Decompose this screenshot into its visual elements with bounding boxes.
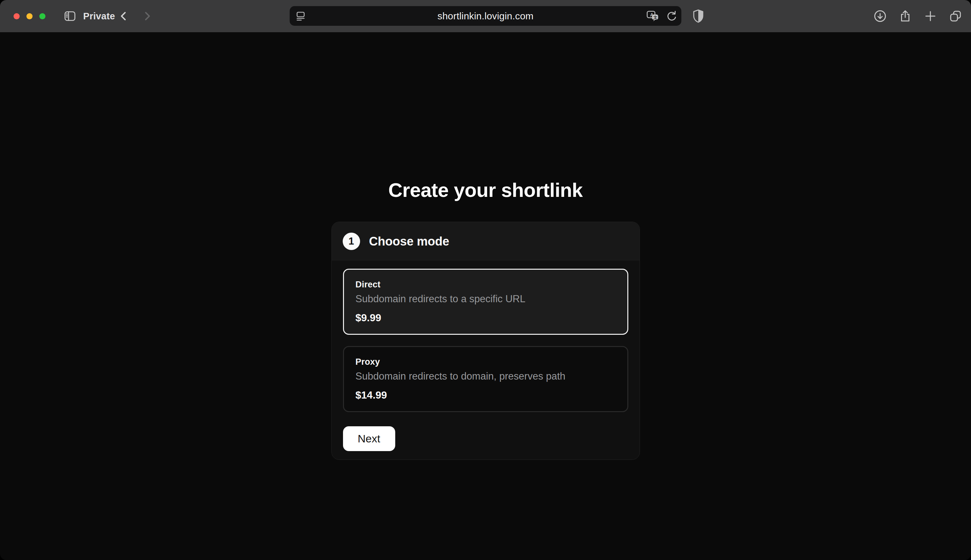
- option-name: Direct: [355, 280, 616, 290]
- reload-icon: [665, 9, 678, 23]
- next-button[interactable]: Next: [343, 426, 395, 451]
- translate-button[interactable]: A 文: [646, 9, 660, 23]
- sidebar-toggle-button[interactable]: [63, 0, 77, 32]
- option-proxy[interactable]: Proxy Subdomain redirects to domain, pre…: [343, 346, 628, 412]
- sidebar-icon: [63, 9, 77, 23]
- zoom-window-button[interactable]: [39, 13, 45, 19]
- privacy-report-button[interactable]: [692, 0, 705, 32]
- reload-button[interactable]: [665, 9, 678, 23]
- private-browsing-label: Private: [83, 0, 115, 32]
- browser-window: Private: [0, 0, 971, 560]
- chevron-right-icon: [140, 9, 154, 23]
- address-bar-actions: A 文: [646, 6, 678, 26]
- share-icon: [898, 9, 912, 23]
- browser-toolbar: Private: [0, 0, 971, 32]
- option-direct[interactable]: Direct Subdomain redirects to a specific…: [343, 269, 628, 335]
- back-button[interactable]: [117, 0, 131, 32]
- forward-button[interactable]: [140, 0, 154, 32]
- svg-text:文: 文: [653, 15, 657, 20]
- chevron-left-icon: [117, 9, 131, 23]
- download-icon: [873, 9, 887, 23]
- option-price: $9.99: [355, 312, 616, 324]
- option-price: $14.99: [355, 389, 616, 401]
- option-name: Proxy: [355, 357, 616, 367]
- shortlink-wizard-card: 1 Choose mode Direct Subdomain redirects…: [331, 222, 640, 460]
- toolbar-right-actions: [873, 0, 963, 32]
- plus-icon: [923, 9, 938, 23]
- step-header: 1 Choose mode: [332, 222, 640, 260]
- step-label: Choose mode: [369, 235, 449, 248]
- address-bar[interactable]: shortlinkin.lovigin.com A 文: [290, 6, 681, 26]
- option-description: Subdomain redirects to domain, preserves…: [355, 370, 616, 382]
- page-title: Create your shortlink: [0, 180, 971, 200]
- option-description: Subdomain redirects to a specific URL: [355, 293, 616, 305]
- translate-icon: A 文: [646, 9, 660, 23]
- step-number-badge: 1: [343, 233, 360, 250]
- share-button[interactable]: [898, 9, 912, 23]
- window-controls: [13, 0, 45, 32]
- downloads-button[interactable]: [873, 9, 887, 23]
- page-content: Create your shortlink 1 Choose mode Dire…: [0, 32, 971, 560]
- close-window-button[interactable]: [13, 13, 20, 19]
- minimize-window-button[interactable]: [27, 13, 33, 19]
- tab-overview-button[interactable]: [948, 9, 963, 23]
- tabs-overview-icon: [948, 9, 963, 23]
- url-text: shortlinkin.lovigin.com: [290, 11, 681, 22]
- mode-options: Direct Subdomain redirects to a specific…: [332, 260, 640, 460]
- shield-icon: [692, 9, 705, 23]
- new-tab-button[interactable]: [923, 9, 938, 23]
